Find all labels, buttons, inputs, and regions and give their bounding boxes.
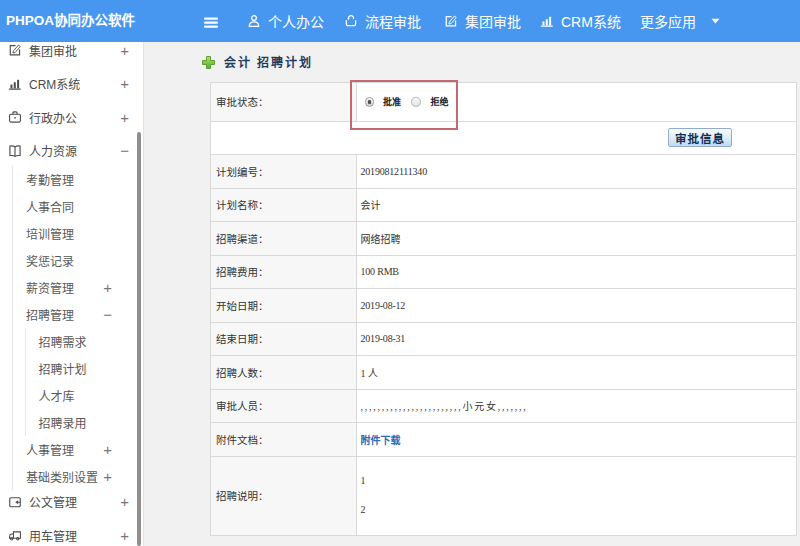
sidebar-item-招聘管理[interactable]: 招聘管理− <box>13 301 144 328</box>
briefcase-icon <box>8 110 22 124</box>
sidebar-item-行政办公[interactable]: 行政办公+ <box>0 101 143 135</box>
field-label: 审批状态： <box>211 83 357 121</box>
nav-group-approval[interactable]: 集团审批 <box>444 0 521 42</box>
field-label: 招聘渠道： <box>211 222 357 255</box>
form-row-10: 招聘说明：12 <box>211 457 796 535</box>
truck-icon <box>8 528 22 542</box>
sidebar-item-人才库[interactable]: 人才库 <box>26 382 143 409</box>
field-value: 100 RMB <box>357 256 796 289</box>
sidebar-item-招聘录用[interactable]: 招聘录用 <box>26 409 143 436</box>
radio-reject-label[interactable]: 拒绝 <box>431 95 449 108</box>
sidebar-item-招聘计划[interactable]: 招聘计划 <box>26 355 143 382</box>
caret-down-icon <box>711 18 720 24</box>
hamburger-icon <box>204 17 218 30</box>
detail-form-table: 审批状态： 批准 拒绝 审批信息 计划编号：20190812111340计划名称… <box>210 82 797 536</box>
form-row-3: 招聘渠道：网络招聘 <box>211 222 796 256</box>
sidebar-item-集团审批[interactable]: 集团审批+ <box>0 42 143 67</box>
sidebar-item-奖惩记录[interactable]: 奖惩记录 <box>13 247 144 274</box>
radio-reject[interactable] <box>411 97 421 107</box>
sidebar-item-人事管理[interactable]: 人事管理+ <box>13 436 144 463</box>
nav-label: 个人办公 <box>268 11 324 31</box>
form-row-6: 结束日期：2019-08-31 <box>211 323 796 357</box>
expand-icon[interactable]: + <box>103 280 112 295</box>
sidebar-item-label: 薪资管理 <box>26 279 74 296</box>
expand-icon[interactable]: + <box>120 528 129 543</box>
approval-info-button[interactable]: 审批信息 <box>668 128 732 147</box>
button-row-cell: 审批信息 <box>211 122 796 155</box>
sidebar: 集团审批+CRM系统+行政办公+人力资源−考勤管理人事合同培训管理奖惩记录薪资管… <box>0 42 144 546</box>
radio-approve[interactable] <box>365 97 375 107</box>
field-label: 计划编号： <box>211 155 357 188</box>
process-icon <box>344 14 358 28</box>
sidebar-item-CRM系统[interactable]: CRM系统+ <box>0 67 143 101</box>
expand-icon[interactable]: + <box>120 76 129 91</box>
field-value: 1 人 <box>357 356 796 389</box>
attachment-download-link[interactable]: 附件下载 <box>361 432 401 447</box>
main-content: 会计 招聘计划 审批状态： 批准 拒绝 审批信息 计划编号：20190 <box>144 42 800 546</box>
radio-approve-label[interactable]: 批准 <box>383 95 401 108</box>
form-row-5: 开始日期：2019-08-12 <box>211 289 796 323</box>
collapse-icon[interactable]: − <box>120 143 129 158</box>
topbar: PHPOA协同办公软件 个人办公 流程审批 <box>0 0 800 42</box>
edit-icon <box>8 43 22 57</box>
expand-icon[interactable]: + <box>103 469 112 484</box>
form-row-7: 招聘人数：1 人 <box>211 356 796 390</box>
nav-label: CRM系统 <box>561 11 621 31</box>
sidebar-item-label: 招聘管理 <box>26 306 74 323</box>
sidebar-item-培训管理[interactable]: 培训管理 <box>13 220 144 247</box>
field-label: 结束日期： <box>211 323 357 356</box>
green-plus-icon <box>202 56 215 69</box>
expand-icon[interactable]: + <box>120 43 129 58</box>
nav-label: 流程审批 <box>365 11 421 31</box>
sidebar-item-label: 公文管理 <box>29 493 77 510</box>
field-label: 开始日期： <box>211 289 357 322</box>
sidebar-item-考勤管理[interactable]: 考勤管理 <box>13 166 144 193</box>
sidebar-item-label: 人事管理 <box>26 441 74 458</box>
sidebar-item-人力资源[interactable]: 人力资源− <box>0 134 143 168</box>
sidebar-item-公文管理[interactable]: 公文管理+ <box>0 485 143 519</box>
form-row-8: 审批人员：,,,,,,,,,,,,,,,,,,,,,,,,小元女,,,,,,, <box>211 390 796 424</box>
field-value: 会计 <box>357 189 796 222</box>
sidebar-item-label: 培训管理 <box>26 225 74 242</box>
sidebar-item-人事合同[interactable]: 人事合同 <box>13 193 144 220</box>
sidebar-item-label: 考勤管理 <box>26 171 74 188</box>
field-label: 审批人员： <box>211 390 357 423</box>
sidebar-item-招聘需求[interactable]: 招聘需求 <box>26 328 143 355</box>
sidebar-item-label: 招聘计划 <box>39 360 87 377</box>
nav-crm-system[interactable]: CRM系统 <box>540 0 621 42</box>
sidebar-toggle-button[interactable] <box>204 0 218 42</box>
app-logo: PHPOA协同办公软件 <box>6 0 135 42</box>
collapse-icon[interactable]: − <box>103 307 112 322</box>
document-icon <box>8 495 22 509</box>
sidebar-item-薪资管理[interactable]: 薪资管理+ <box>13 274 144 301</box>
sidebar-item-label: 人事合同 <box>26 198 74 215</box>
expand-icon[interactable]: + <box>120 110 129 125</box>
field-value: 网络招聘 <box>357 222 796 255</box>
nav-label: 集团审批 <box>465 11 521 31</box>
nav-process-approval[interactable]: 流程审批 <box>344 0 421 42</box>
barchart-icon <box>540 14 554 28</box>
form-row-approval-status: 审批状态： 批准 拒绝 <box>211 83 796 122</box>
sidebar-item-label: 招聘需求 <box>39 333 87 350</box>
field-value: 2019-08-12 <box>357 289 796 322</box>
form-row-9: 附件文档：附件下载 <box>211 423 796 457</box>
sidebar-submenu-level-1: 考勤管理人事合同培训管理奖惩记录薪资管理+招聘管理−招聘需求招聘计划人才库招聘录… <box>12 166 144 490</box>
sidebar-item-用车管理[interactable]: 用车管理+ <box>0 519 143 546</box>
app: PHPOA协同办公软件 个人办公 流程审批 <box>0 0 800 546</box>
nav-personal-office[interactable]: 个人办公 <box>247 0 324 42</box>
book-icon <box>8 144 22 158</box>
nav-label: 更多应用 <box>640 11 696 31</box>
expand-icon[interactable]: + <box>103 442 112 457</box>
sidebar-item-label: 人力资源 <box>29 142 77 159</box>
sidebar-menu: 集团审批+CRM系统+行政办公+人力资源−考勤管理人事合同培训管理奖惩记录薪资管… <box>0 42 143 546</box>
page-header: 会计 招聘计划 <box>202 53 313 71</box>
nav-more-apps[interactable]: 更多应用 <box>640 0 720 42</box>
user-icon <box>247 14 261 28</box>
sidebar-scrollbar-thumb[interactable] <box>137 132 141 546</box>
field-label: 附件文档： <box>211 423 357 456</box>
sidebar-submenu-level-2: 招聘需求招聘计划人才库招聘录用 <box>25 328 143 436</box>
expand-icon[interactable]: + <box>120 494 129 509</box>
field-label: 招聘说明： <box>211 457 357 535</box>
sidebar-item-label: 集团审批 <box>29 42 77 59</box>
sidebar-item-label: 基础类别设置 <box>26 468 98 485</box>
